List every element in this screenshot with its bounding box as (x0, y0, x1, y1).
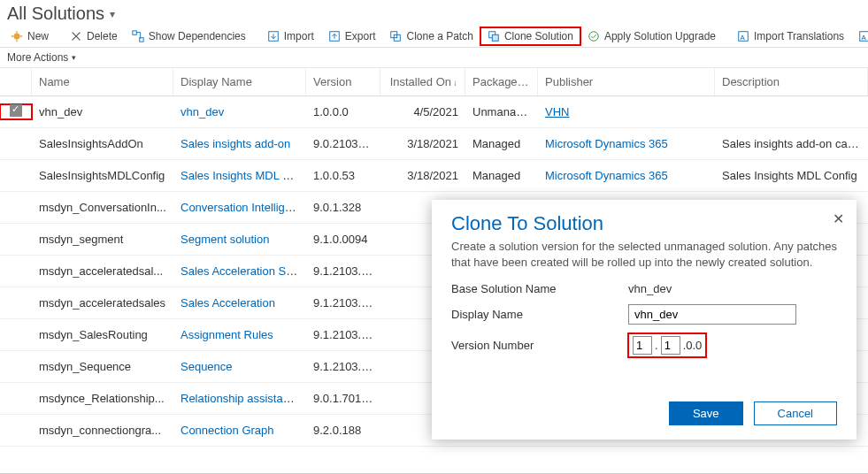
table-row[interactable]: vhn_devvhn_dev1.0.0.04/5/2021Unmanag...V… (0, 96, 868, 128)
cell-display: Connection Graph (173, 424, 306, 437)
cell-version: 9.0.1.7013... (306, 392, 380, 405)
cell-display: vhn_dev (173, 105, 306, 119)
svg-point-0 (14, 34, 20, 40)
cell-package: Managed (465, 137, 538, 150)
clone-solution-icon (488, 30, 500, 42)
col-package-type[interactable]: Package T... (465, 68, 538, 96)
cell-name: msdyn_connectiongra... (32, 424, 173, 437)
display-name-link[interactable]: Segment solution (181, 233, 269, 246)
clone-patch-icon (389, 30, 402, 42)
cell-name: msdyn_ConversationIn... (32, 201, 173, 214)
chevron-down-icon: ▾ (72, 53, 76, 62)
display-name-link[interactable]: Conversation Intellige... (181, 201, 301, 214)
publisher-link[interactable]: Microsoft Dynamics 365 (545, 137, 668, 150)
col-check[interactable] (0, 68, 32, 96)
cell-version: 9.1.2103.1... (306, 264, 380, 278)
cell-version: 1.0.0.53 (306, 169, 380, 182)
upgrade-icon (588, 30, 600, 42)
toolbar: New Delete Show Dependencies Import Expo… (0, 26, 868, 48)
show-dependencies-button[interactable]: Show Dependencies (125, 27, 253, 45)
save-button[interactable]: Save (669, 401, 743, 425)
cell-publisher: Microsoft Dynamics 365 (538, 137, 715, 150)
cell-display: Sales Acceleration (173, 296, 306, 310)
dialog-title: Clone To Solution (451, 212, 837, 235)
cell-name: msdyn_Sequence (32, 360, 173, 373)
delete-button[interactable]: Delete (63, 27, 125, 45)
table-row[interactable]: SalesInsightsAddOnSales insights add-on9… (0, 128, 868, 160)
cell-name: vhn_dev (32, 105, 173, 119)
publisher-link[interactable]: Microsoft Dynamics 365 (545, 169, 668, 182)
svg-rect-1 (133, 31, 136, 34)
version-rest: .0.0 (683, 339, 703, 352)
display-name-link[interactable]: Assignment Rules (181, 328, 273, 341)
col-description[interactable]: Description (715, 68, 868, 96)
dependencies-icon (132, 30, 144, 42)
export-icon (328, 30, 341, 42)
cell-display: Sales Insights MDL Co... (173, 169, 306, 182)
new-button[interactable]: New (4, 27, 56, 45)
sparkle-icon (11, 30, 23, 42)
cell-version: 9.1.2103.1... (306, 328, 380, 341)
cell-name: msdyn_acceleratedsal... (32, 264, 173, 278)
col-display[interactable]: Display Name (173, 68, 306, 96)
row-checkbox[interactable] (10, 104, 22, 117)
display-name-link[interactable]: Sequence (181, 360, 233, 373)
col-publisher[interactable]: Publisher (538, 68, 715, 96)
display-name-link[interactable]: Sales Acceleration (181, 296, 275, 310)
svg-text:A: A (741, 34, 746, 42)
cell-installed: 3/18/2021 (380, 137, 465, 150)
cell-name: msdyn_segment (32, 233, 173, 246)
col-installed[interactable]: Installed On↓ (380, 68, 465, 96)
cancel-button[interactable]: Cancel (754, 401, 837, 425)
table-row[interactable]: SalesInsightsMDLConfigSales Insights MDL… (0, 160, 868, 192)
version-major-input[interactable] (633, 336, 652, 355)
cell-name: msdynce_Relationship... (32, 392, 173, 405)
clone-patch-button[interactable]: Clone a Patch (382, 27, 480, 45)
close-icon[interactable]: ✕ (833, 210, 844, 227)
cell-version: 9.2.0.188 (306, 424, 380, 437)
chevron-down-icon: ▾ (110, 8, 115, 20)
cell-display: Relationship assistant ... (173, 392, 306, 405)
cell-package: Managed (465, 169, 538, 182)
import-button[interactable]: Import (260, 27, 321, 45)
cell-name: SalesInsightsMDLConfig (32, 169, 173, 182)
import-icon (267, 30, 280, 42)
dialog-description: Create a solution version for the select… (451, 239, 837, 270)
import-translations-icon: A (737, 30, 749, 42)
view-title[interactable]: All Solutions ▾ (0, 0, 868, 26)
clone-solution-button[interactable]: Clone Solution (480, 27, 580, 45)
more-actions-dropdown[interactable]: More Actions ▾ (0, 48, 868, 68)
display-name-link[interactable]: Sales Acceleration Site... (181, 264, 306, 278)
view-title-text: All Solutions (7, 4, 104, 24)
cell-version: 1.0.0.0 (306, 105, 380, 119)
export-translations-button[interactable]: A Export (851, 27, 868, 45)
export-translations-icon: A (858, 30, 868, 42)
cell-display: Conversation Intellige... (173, 201, 306, 214)
cell-description: Sales insights add-on capal (715, 137, 868, 150)
display-name-link[interactable]: Sales insights add-on (181, 137, 290, 150)
import-translations-button[interactable]: A Import Translations (730, 27, 851, 45)
publisher-link[interactable]: VHN (545, 105, 569, 119)
display-name-link[interactable]: Relationship assistant ... (181, 392, 305, 405)
display-name-link[interactable]: Connection Graph (181, 424, 274, 437)
display-name-link[interactable]: Sales Insights MDL Co... (181, 169, 306, 182)
sort-desc-icon: ↓ (453, 78, 457, 88)
clone-to-solution-dialog: ✕ Clone To Solution Create a solution ve… (432, 200, 856, 440)
base-solution-value: vhn_dev (628, 282, 837, 295)
cell-name: msdyn_SalesRouting (32, 328, 173, 341)
col-name[interactable]: Name (32, 68, 173, 96)
grid-header: Name Display Name Version Installed On↓ … (0, 68, 868, 96)
cell-package: Unmanag... (465, 105, 538, 119)
cell-display: Segment solution (173, 233, 306, 246)
cell-installed: 4/5/2021 (380, 105, 465, 119)
display-name-link[interactable]: vhn_dev (181, 105, 224, 119)
version-minor-input[interactable] (661, 336, 680, 355)
apply-upgrade-button[interactable]: Apply Solution Upgrade (580, 27, 723, 45)
col-version[interactable]: Version (306, 68, 380, 96)
display-name-input[interactable] (628, 304, 796, 325)
cell-description: Sales Insights MDL Config (715, 169, 868, 182)
export-button[interactable]: Export (321, 27, 383, 45)
cell-publisher: VHN (538, 105, 715, 119)
svg-text:A: A (862, 34, 867, 42)
cell-display: Sequence (173, 360, 306, 373)
